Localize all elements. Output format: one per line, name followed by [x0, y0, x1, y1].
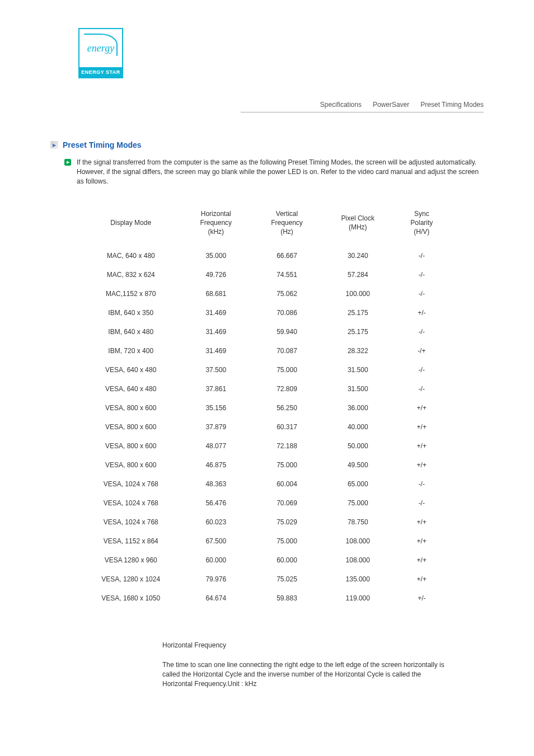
- table-cell: +/+: [394, 556, 450, 564]
- table-cell: VESA, 800 x 600: [81, 423, 180, 431]
- table-cell: 31.500: [322, 366, 394, 374]
- intro-block: ▶ If the signal transferred from the com…: [64, 158, 484, 186]
- energy-star-logo: energy ENERGY STAR: [78, 28, 484, 78]
- timing-table: Display Mode HorizontalFrequency(kHz) Ve…: [81, 205, 450, 608]
- table-cell: 49.726: [180, 271, 251, 279]
- table-cell: +/+: [394, 404, 450, 412]
- table-cell: 25.175: [322, 309, 394, 317]
- table-cell: -/-: [394, 290, 450, 298]
- table-cell: 31.469: [180, 347, 251, 355]
- table-cell: 135.000: [322, 575, 394, 583]
- table-cell: 108.000: [322, 556, 394, 564]
- table-cell: 40.000: [322, 423, 394, 431]
- table-cell: +/-: [394, 309, 450, 317]
- table-cell: 75.000: [251, 461, 322, 469]
- header-horizontal-frequency: HorizontalFrequency(kHz): [180, 210, 251, 236]
- footer-title: Horizontal Frequency: [162, 641, 450, 649]
- table-cell: 72.188: [251, 442, 322, 450]
- table-row: IBM, 720 x 40031.46970.08728.322-/+: [81, 341, 450, 360]
- table-cell: 108.000: [322, 537, 394, 545]
- tab-powersaver[interactable]: PowerSaver: [373, 101, 409, 109]
- table-cell: 60.317: [251, 423, 322, 431]
- table-cell: +/+: [394, 518, 450, 526]
- table-cell: 35.000: [180, 252, 251, 260]
- table-cell: 46.875: [180, 461, 251, 469]
- table-cell: VESA, 1280 x 1024: [81, 575, 180, 583]
- table-cell: 35.156: [180, 404, 251, 412]
- table-row: MAC,1152 x 87068.68175.062100.000-/-: [81, 284, 450, 303]
- table-cell: +/+: [394, 461, 450, 469]
- table-cell: -/+: [394, 347, 450, 355]
- table-cell: -/-: [394, 252, 450, 260]
- table-cell: 28.322: [322, 347, 394, 355]
- logo-script-text: energy: [87, 43, 114, 54]
- table-cell: 25.175: [322, 328, 394, 336]
- table-cell: 67.500: [180, 537, 251, 545]
- table-cell: 70.069: [251, 499, 322, 507]
- table-cell: MAC, 640 x 480: [81, 252, 180, 260]
- table-row: VESA, 800 x 60046.87575.00049.500+/+: [81, 456, 450, 475]
- table-cell: VESA, 1024 x 768: [81, 518, 180, 526]
- table-cell: 75.029: [251, 518, 322, 526]
- table-cell: 60.000: [251, 556, 322, 564]
- table-row: MAC, 640 x 48035.00066.66730.240-/-: [81, 246, 450, 265]
- table-cell: 78.750: [322, 518, 394, 526]
- table-cell: 65.000: [322, 480, 394, 488]
- table-cell: VESA, 640 x 480: [81, 385, 180, 393]
- table-cell: 60.023: [180, 518, 251, 526]
- table-row: VESA, 1024 x 76848.36360.00465.000-/-: [81, 475, 450, 494]
- header-sync-polarity: SyncPolarity(H/V): [394, 210, 450, 236]
- table-cell: 31.469: [180, 309, 251, 317]
- table-cell: VESA, 1152 x 864: [81, 537, 180, 545]
- table-cell: -/-: [394, 385, 450, 393]
- table-row: IBM, 640 x 35031.46970.08625.175+/-: [81, 303, 450, 322]
- table-cell: VESA, 1024 x 768: [81, 480, 180, 488]
- header-display-mode: Display Mode: [81, 219, 180, 228]
- table-cell: VESA, 800 x 600: [81, 442, 180, 450]
- table-cell: VESA, 640 x 480: [81, 366, 180, 374]
- arrow-right-icon: ▶: [50, 141, 58, 149]
- table-cell: VESA, 1680 x 1050: [81, 594, 180, 602]
- tab-specifications[interactable]: Specifications: [320, 101, 362, 109]
- table-cell: 70.087: [251, 347, 322, 355]
- table-row: VESA 1280 x 96060.00060.000108.000+/+: [81, 551, 450, 570]
- tab-preset-timing-modes[interactable]: Preset Timing Modes: [420, 101, 484, 109]
- table-cell: 48.363: [180, 480, 251, 488]
- table-cell: 37.861: [180, 385, 251, 393]
- table-row: VESA, 1024 x 76860.02375.02978.750+/+: [81, 513, 450, 532]
- table-row: VESA, 800 x 60048.07772.18850.000+/+: [81, 436, 450, 456]
- table-row: IBM, 640 x 48031.46959.94025.175-/-: [81, 322, 450, 341]
- table-cell: -/-: [394, 271, 450, 279]
- table-row: MAC, 832 x 62449.72674.55157.284-/-: [81, 265, 450, 284]
- table-cell: 79.976: [180, 575, 251, 583]
- table-cell: +/+: [394, 575, 450, 583]
- table-cell: 31.500: [322, 385, 394, 393]
- table-cell: -/-: [394, 366, 450, 374]
- table-cell: 36.000: [322, 404, 394, 412]
- table-cell: IBM, 640 x 350: [81, 309, 180, 317]
- table-row: VESA, 800 x 60037.87960.31740.000+/+: [81, 417, 450, 436]
- table-cell: MAC,1152 x 870: [81, 290, 180, 298]
- table-cell: 75.000: [251, 366, 322, 374]
- header-pixel-clock: Pixel Clock(MHz): [322, 214, 394, 232]
- table-header-row: Display Mode HorizontalFrequency(kHz) Ve…: [81, 205, 450, 241]
- table-cell: 64.674: [180, 594, 251, 602]
- table-cell: -/-: [394, 328, 450, 336]
- bullet-icon: ▶: [64, 159, 71, 166]
- table-cell: 48.077: [180, 442, 251, 450]
- table-cell: 37.879: [180, 423, 251, 431]
- table-cell: IBM, 640 x 480: [81, 328, 180, 336]
- table-cell: +/+: [394, 423, 450, 431]
- table-cell: 100.000: [322, 290, 394, 298]
- logo-label: ENERGY STAR: [79, 67, 122, 77]
- table-cell: VESA, 800 x 600: [81, 404, 180, 412]
- table-row: VESA, 1152 x 86467.50075.000108.000+/+: [81, 532, 450, 551]
- table-cell: IBM, 720 x 400: [81, 347, 180, 355]
- intro-text: If the signal transferred from the compu…: [77, 158, 484, 186]
- table-cell: -/-: [394, 499, 450, 507]
- table-cell: +/+: [394, 537, 450, 545]
- table-cell: 75.025: [251, 575, 322, 583]
- table-cell: 37.500: [180, 366, 251, 374]
- table-cell: 72.809: [251, 385, 322, 393]
- table-row: VESA, 1280 x 102479.97675.025135.000+/+: [81, 570, 450, 589]
